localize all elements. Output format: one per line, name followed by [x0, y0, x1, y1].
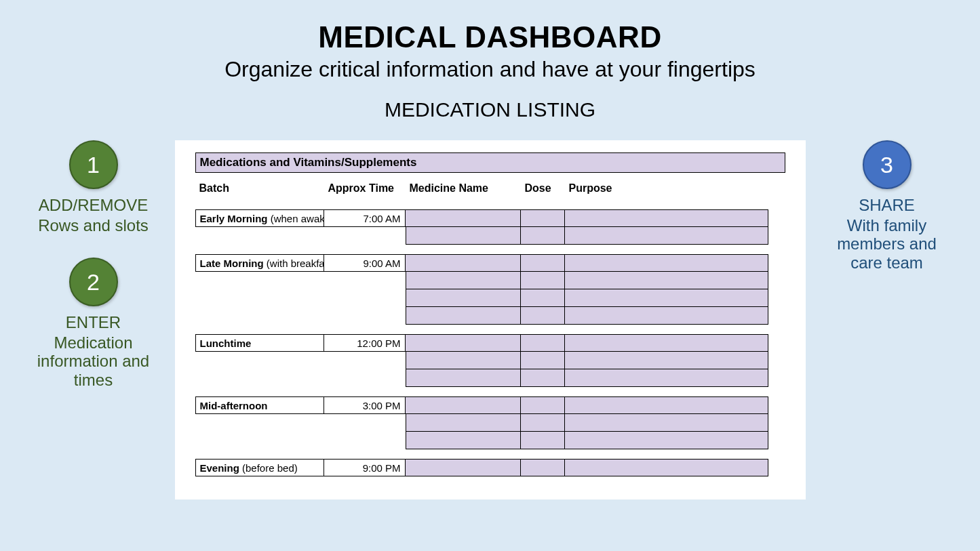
- purpose-cell[interactable]: [565, 334, 768, 352]
- step-1-desc: Rows and slots: [38, 216, 149, 235]
- batch-header-row: Late Morning (with breakfast)9:00 AM: [195, 254, 785, 272]
- dose-cell[interactable]: [521, 396, 565, 414]
- purpose-cell[interactable]: [565, 272, 768, 289]
- sheet-heading: Medications and Vitamins/Supplements: [195, 152, 785, 173]
- batch-time-cell[interactable]: 3:00 PM: [324, 396, 406, 414]
- col-medicine: Medicine Name: [410, 182, 525, 195]
- med-row: [406, 432, 785, 449]
- medicine-cell[interactable]: [406, 432, 521, 449]
- step-1: 1 ADD/REMOVE Rows and slots: [38, 140, 149, 234]
- batch-extra-row: [195, 227, 785, 245]
- col-batch: Batch: [199, 182, 328, 195]
- batch-time-cell[interactable]: 7:00 AM: [324, 209, 406, 227]
- dose-cell[interactable]: [521, 227, 565, 245]
- step-1-title: ADD/REMOVE: [39, 196, 148, 215]
- medicine-cell[interactable]: [406, 369, 521, 387]
- batch-extra-row: [195, 289, 785, 307]
- batch-group: Early Morning (when awake)7:00 AM: [195, 209, 785, 245]
- step-2-badge: 2: [69, 258, 118, 306]
- med-row: [406, 209, 785, 227]
- med-row: [406, 369, 785, 387]
- medicine-cell[interactable]: [406, 254, 521, 272]
- medicine-cell[interactable]: [406, 272, 521, 289]
- dose-cell[interactable]: [521, 209, 565, 227]
- batch-group: Late Morning (with breakfast)9:00 AM: [195, 254, 785, 325]
- medicine-cell[interactable]: [406, 414, 521, 432]
- medicine-cell[interactable]: [406, 209, 521, 227]
- purpose-cell[interactable]: [565, 369, 768, 387]
- left-callouts: 1 ADD/REMOVE Rows and slots 2 ENTER Medi…: [26, 140, 161, 413]
- column-headers: Batch Approx Time Medicine Name Dose Pur…: [195, 173, 785, 200]
- purpose-cell[interactable]: [565, 432, 768, 449]
- batch-header-row: Evening (before bed)9:00 PM: [195, 459, 785, 476]
- medicine-cell[interactable]: [406, 459, 521, 476]
- purpose-cell[interactable]: [565, 254, 768, 272]
- dose-cell[interactable]: [521, 459, 565, 476]
- medicine-cell[interactable]: [406, 396, 521, 414]
- batch-name-cell[interactable]: Early Morning (when awake): [195, 209, 324, 227]
- purpose-cell[interactable]: [565, 227, 768, 245]
- dose-cell[interactable]: [521, 352, 565, 369]
- dose-cell[interactable]: [521, 307, 565, 325]
- dose-cell[interactable]: [521, 272, 565, 289]
- step-1-badge: 1: [69, 140, 118, 189]
- med-row: [406, 459, 785, 476]
- batch-extra-row: [195, 369, 785, 387]
- dose-cell[interactable]: [521, 369, 565, 387]
- batch-name-cell[interactable]: Mid-afternoon: [195, 396, 324, 414]
- step-3: 3 SHARE With family members and care tea…: [819, 140, 955, 272]
- col-dose: Dose: [525, 182, 569, 195]
- medicine-cell[interactable]: [406, 334, 521, 352]
- dose-cell[interactable]: [521, 334, 565, 352]
- med-row: [406, 272, 785, 289]
- med-row: [406, 254, 785, 272]
- purpose-cell[interactable]: [565, 289, 768, 307]
- step-3-desc: With family members and care team: [819, 216, 955, 272]
- batch-group: Lunchtime12:00 PM: [195, 334, 785, 387]
- batch-name-cell[interactable]: Lunchtime: [195, 334, 324, 352]
- batch-name-cell[interactable]: Evening (before bed): [195, 459, 324, 476]
- med-row: [406, 334, 785, 352]
- dose-cell[interactable]: [521, 432, 565, 449]
- med-row: [406, 307, 785, 325]
- batch-time-cell[interactable]: 9:00 AM: [324, 254, 406, 272]
- col-purpose: Purpose: [569, 182, 772, 195]
- batch-time-cell[interactable]: 12:00 PM: [324, 334, 406, 352]
- section-title: MEDICATION LISTING: [0, 98, 980, 121]
- batch-header-row: Early Morning (when awake)7:00 AM: [195, 209, 785, 227]
- medicine-cell[interactable]: [406, 289, 521, 307]
- batch-group: Mid-afternoon3:00 PM: [195, 396, 785, 449]
- medicine-cell[interactable]: [406, 307, 521, 325]
- step-2-title: ENTER: [66, 313, 121, 332]
- med-row: [406, 396, 785, 414]
- right-callouts: 3 SHARE With family members and care tea…: [819, 140, 955, 295]
- purpose-cell[interactable]: [565, 396, 768, 414]
- batch-extra-row: [195, 272, 785, 289]
- batch-extra-row: [195, 432, 785, 449]
- batch-extra-row: [195, 307, 785, 325]
- batch-time-cell[interactable]: 9:00 PM: [324, 459, 406, 476]
- dose-cell[interactable]: [521, 414, 565, 432]
- purpose-cell[interactable]: [565, 307, 768, 325]
- page-subtitle: Organize critical information and have a…: [0, 57, 980, 82]
- batch-extra-row: [195, 414, 785, 432]
- batch-header-row: Mid-afternoon3:00 PM: [195, 396, 785, 414]
- purpose-cell[interactable]: [565, 209, 768, 227]
- med-row: [406, 352, 785, 369]
- batch-group: Evening (before bed)9:00 PM: [195, 459, 785, 476]
- medicine-cell[interactable]: [406, 352, 521, 369]
- med-row: [406, 289, 785, 307]
- purpose-cell[interactable]: [565, 459, 768, 476]
- med-row: [406, 227, 785, 245]
- medicine-cell[interactable]: [406, 227, 521, 245]
- step-2: 2 ENTER Medication information and times: [26, 258, 161, 389]
- batch-name-cell[interactable]: Late Morning (with breakfast): [195, 254, 324, 272]
- dose-cell[interactable]: [521, 254, 565, 272]
- batch-header-row: Lunchtime12:00 PM: [195, 334, 785, 352]
- purpose-cell[interactable]: [565, 414, 768, 432]
- medication-sheet: Medications and Vitamins/Supplements Bat…: [175, 140, 806, 499]
- med-row: [406, 414, 785, 432]
- dose-cell[interactable]: [521, 289, 565, 307]
- purpose-cell[interactable]: [565, 352, 768, 369]
- col-time: Approx Time: [328, 182, 410, 195]
